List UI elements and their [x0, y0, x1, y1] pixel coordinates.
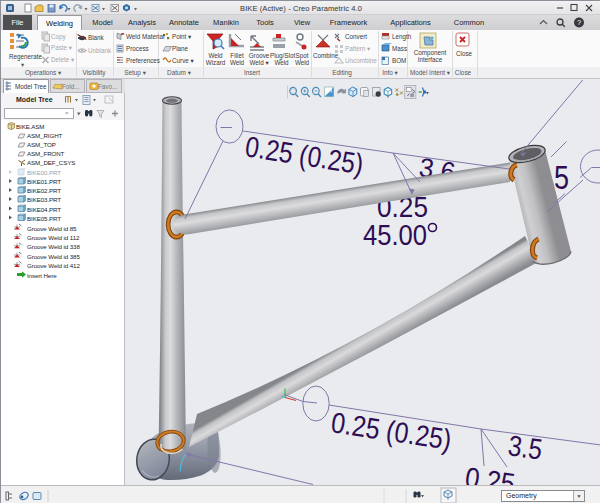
svg-text:?: ? — [577, 18, 581, 27]
svg-text:45.00: 45.00 — [363, 219, 427, 251]
svg-text:5: 5 — [554, 159, 569, 196]
svg-text:3.5: 3.5 — [506, 429, 544, 465]
